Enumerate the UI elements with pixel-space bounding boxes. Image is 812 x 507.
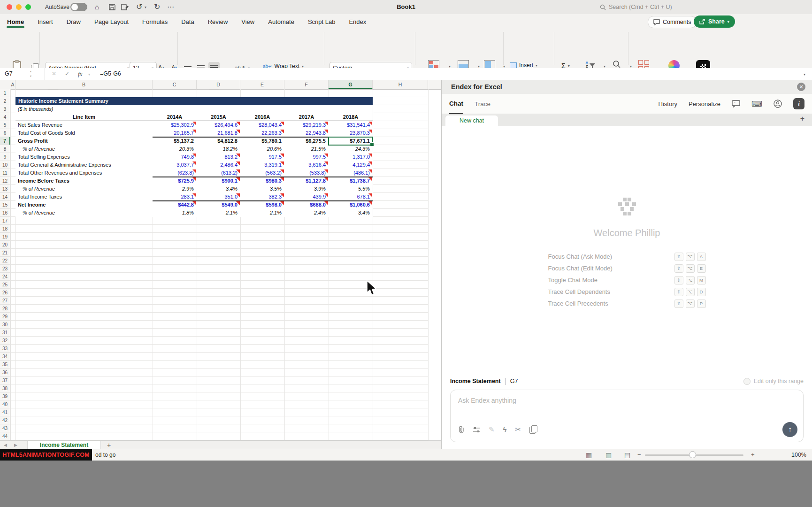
table-cell[interactable]: 813.2 [197,153,237,161]
close-icon[interactable]: ✕ [797,83,805,91]
edit-only-range-toggle[interactable] [743,378,751,385]
row-header-23[interactable]: 23 [0,265,10,273]
table-cell[interactable]: (613.2) [197,169,237,177]
row-header-9[interactable]: 9 [0,153,10,161]
row-header-11[interactable]: 11 [0,169,10,177]
table-cell[interactable]: (623.8) [153,169,194,177]
row-header-35[interactable]: 35 [0,361,10,369]
sheet-tab-income-statement[interactable]: Income Statement [27,441,101,449]
table-cell[interactable]: $900.1 [197,177,237,185]
table-row-label[interactable]: % of Revenue [23,145,152,153]
table-cell[interactable]: 749.8 [153,153,194,161]
table-cell[interactable]: $549.0 [197,201,237,209]
table-row-label[interactable]: % of Revenue [23,209,152,217]
row-header-39[interactable]: 39 [0,392,10,400]
table-cell[interactable]: $6,275.5 [284,137,326,145]
table-cell[interactable]: $725.9 [153,177,194,185]
column-header-H[interactable]: H [373,80,428,89]
row-header-44[interactable]: 44 [0,432,10,440]
table-cell[interactable]: 3,037.7 [153,161,194,169]
tab-trace[interactable]: Trace [475,94,490,114]
table-cell[interactable]: $5,137.2 [153,137,194,145]
tab-chat[interactable]: Chat [449,93,463,114]
row-header-5[interactable]: 5 [0,121,10,129]
add-sheet-button[interactable]: + [107,441,111,449]
row-header-6[interactable]: 6 [0,129,10,137]
table-cell[interactable]: $28,043.4 [240,121,282,129]
row-header-4[interactable]: 4 [0,113,10,121]
row-header-17[interactable]: 17 [0,217,10,225]
table-cell[interactable]: 1,317.0 [329,153,370,161]
table-cell[interactable]: $29,219.3 [284,121,326,129]
titlebar-search[interactable]: Search (Cmd + Ctrl + U) [600,0,672,14]
row-header-20[interactable]: 20 [0,241,10,249]
table-cell[interactable]: $4,812.8 [197,137,237,145]
table-cell[interactable]: 3,319.1 [240,161,282,169]
table-cell[interactable]: $1,738.7 [329,177,370,185]
prev-sheet-icon[interactable]: ◀ [4,441,7,449]
table-cell[interactable]: (563.2) [240,169,282,177]
table-cell[interactable]: 351.0 [197,193,237,201]
table-cell[interactable]: $25,302.9 [153,121,194,129]
table-cell[interactable]: (486.1) [329,169,370,177]
row-header-43[interactable]: 43 [0,424,10,432]
row-header-3[interactable]: 3 [0,105,10,113]
edit-mode-icon[interactable]: ✎ [489,426,495,433]
fill-handle[interactable] [370,142,374,146]
table-cell[interactable]: 24.3% [329,145,370,153]
table-cell[interactable]: $980.3 [240,177,282,185]
zoom-in-icon[interactable]: + [751,449,755,461]
copy-context-icon[interactable] [529,427,536,434]
table-row-label[interactable]: % of Revenue [23,185,152,193]
table-cell[interactable]: 1.8% [153,209,194,217]
row-header-14[interactable]: 14 [0,193,10,201]
next-sheet-icon[interactable]: ▶ [14,441,17,449]
info-button[interactable]: i [793,98,804,109]
send-button[interactable]: ↑ [782,422,797,437]
table-cell[interactable]: $5,780.1 [240,137,282,145]
normal-view-icon[interactable]: ▦ [586,449,592,461]
row-header-1[interactable]: 1 [0,89,10,97]
table-cell[interactable]: 18.2% [197,145,237,153]
row-header-26[interactable]: 26 [0,289,10,297]
new-chat-plus-button[interactable]: + [800,115,804,123]
formula-bar-expand-icon[interactable]: ▾ [804,72,805,77]
tools-icon[interactable]: ✂ [515,426,521,433]
row-header-7[interactable]: 7 [0,137,10,145]
table-cell[interactable]: 3.4% [197,185,237,193]
actions-icon[interactable]: ϟ [503,426,507,433]
row-header-25[interactable]: 25 [0,281,10,289]
column-header-B[interactable]: B [15,80,153,89]
row-header-24[interactable]: 24 [0,273,10,281]
table-row-label[interactable]: Gross Profit [18,137,147,145]
table-cell[interactable]: 917.5 [240,153,282,161]
table-cell[interactable]: 382.3 [240,193,282,201]
column-header-C[interactable]: C [153,80,197,89]
table-cell[interactable]: 2.4% [284,209,326,217]
row-header-15[interactable]: 15 [0,201,10,209]
table-cell[interactable]: 283.1 [153,193,194,201]
personalize-link[interactable]: Personalize [689,100,720,108]
options-sliders-icon[interactable] [473,427,480,432]
table-row-label[interactable]: Total Cost of Goods Sold [18,129,147,137]
table-cell[interactable]: 3,616.4 [284,161,326,169]
table-row-label[interactable]: Income Before Taxes [18,177,147,185]
table-row-label[interactable]: Total Selling Expenses [18,153,147,161]
table-cell[interactable]: 439.9 [284,193,326,201]
row-header-32[interactable]: 32 [0,337,10,345]
chat-input-card[interactable]: ✎ ϟ ✂ ↑ [450,390,804,442]
row-header-22[interactable]: 22 [0,257,10,265]
table-cell[interactable]: 2,486.4 [197,161,237,169]
table-row-label[interactable]: Total Other Revenues and Expenses [18,169,147,177]
row-header-13[interactable]: 13 [0,185,10,193]
table-cell[interactable]: 2.1% [240,209,282,217]
table-row-label[interactable]: Total General & Administrative Expenses [18,161,147,169]
table-cell[interactable]: 2.1% [197,209,237,217]
table-cell[interactable]: 21.5% [284,145,326,153]
feedback-icon[interactable]: " [732,100,740,108]
table-cell[interactable]: 3.9% [284,185,326,193]
table-cell[interactable]: $1,060.6 [329,201,370,209]
column-header-G[interactable]: G [329,80,373,89]
table-cell[interactable]: $1,127.8 [284,177,326,185]
row-header-40[interactable]: 40 [0,400,10,408]
